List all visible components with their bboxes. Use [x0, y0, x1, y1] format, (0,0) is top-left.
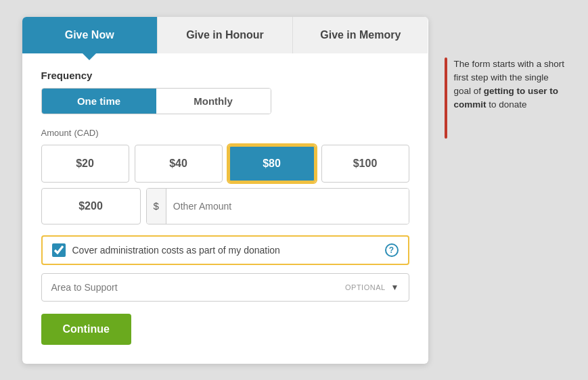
continue-button[interactable]: Continue — [41, 314, 131, 345]
donation-card: Give Now Give in Honour Give in Memory F… — [22, 17, 428, 364]
help-icon[interactable]: ? — [385, 243, 399, 257]
area-to-support-select[interactable]: Area to Support OPTIONAL ▼ — [41, 273, 409, 302]
currency-label: (CAD) — [74, 128, 98, 138]
amount-80[interactable]: $80 — [228, 145, 316, 183]
sidebar-bar — [445, 57, 447, 139]
amount-row2: $200 $ — [41, 188, 409, 224]
admin-costs-wrap: Cover administration costs as part of my… — [41, 235, 409, 265]
optional-badge: OPTIONAL — [345, 283, 386, 291]
other-amount-wrap: $ — [146, 188, 409, 224]
amount-grid: $20 $40 $80 $100 — [41, 145, 409, 183]
currency-sign: $ — [147, 189, 166, 224]
card-body: Frequency One time Monthly Amount (CAD) … — [22, 53, 428, 364]
sidebar-note: The form starts with a short first step … — [445, 17, 566, 139]
amount-100[interactable]: $100 — [321, 145, 409, 183]
tab-give-in-honour[interactable]: Give in Honour — [158, 17, 293, 53]
freq-one-time[interactable]: One time — [42, 89, 156, 114]
freq-monthly[interactable]: Monthly — [156, 89, 271, 114]
admin-costs-label: Cover administration costs as part of my… — [72, 245, 378, 256]
frequency-label: Frequency — [41, 70, 409, 81]
other-amount-input[interactable] — [166, 189, 409, 224]
amount-40[interactable]: $40 — [135, 145, 223, 183]
chevron-down-icon: ▼ — [391, 283, 399, 292]
amount-200[interactable]: $200 — [41, 188, 141, 224]
area-label: Area to Support — [51, 282, 345, 293]
frequency-toggle: One time Monthly — [41, 88, 271, 114]
amount-20[interactable]: $20 — [41, 145, 129, 183]
amount-label: Amount (CAD) — [41, 126, 409, 138]
tab-bar: Give Now Give in Honour Give in Memory — [22, 17, 428, 53]
sidebar-text: The form starts with a short first step … — [454, 57, 566, 112]
admin-costs-checkbox[interactable] — [52, 243, 66, 257]
tab-give-in-memory[interactable]: Give in Memory — [293, 17, 428, 53]
tab-give-now[interactable]: Give Now — [22, 17, 158, 53]
